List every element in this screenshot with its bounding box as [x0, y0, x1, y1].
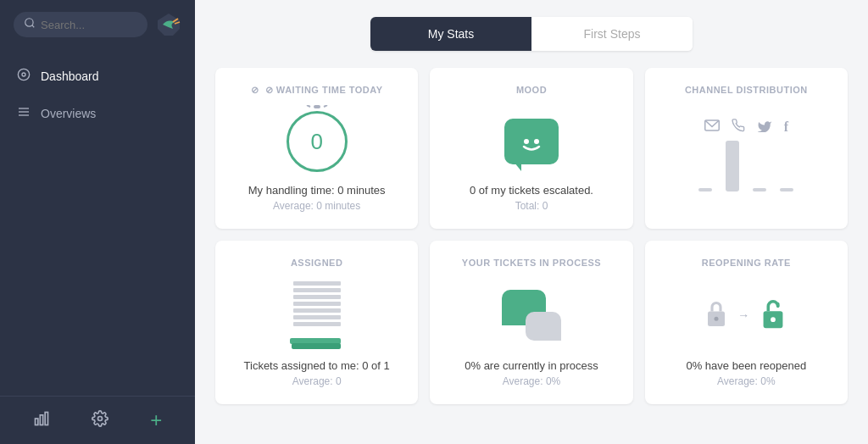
phone-channel-icon: [732, 119, 745, 136]
sidebar-item-label-dashboard: Dashboard: [41, 69, 99, 83]
channel-bar-email: [698, 188, 712, 191]
arrow-right-icon: →: [737, 308, 749, 322]
tab-my-stats[interactable]: My Stats: [370, 17, 531, 51]
card-sub-text-tickets: Average: 0%: [503, 375, 561, 387]
svg-point-4: [22, 73, 25, 76]
card-assigned: ASSIGNED Tickets assigned to me:: [215, 241, 418, 404]
tabs-container: My Stats First Steps: [370, 17, 693, 51]
search-bar[interactable]: [14, 12, 147, 37]
card-visual-tickets: [502, 281, 561, 349]
sidebar-item-label-overviews: Overviews: [41, 107, 96, 120]
search-input[interactable]: [41, 19, 137, 31]
bubble-secondary: [526, 312, 561, 341]
svg-point-16: [534, 139, 539, 144]
card-waiting-time: ⊘ ⊘ WAITING TIME TODAY 0: [215, 68, 418, 229]
sidebar-footer: +: [0, 396, 195, 444]
svg-line-14: [307, 105, 310, 107]
settings-footer-icon[interactable]: [92, 410, 108, 431]
card-title-mood: MOOD: [516, 85, 547, 95]
sidebar-item-overviews[interactable]: Overviews: [0, 95, 195, 132]
sidebar-nav: Dashboard Overviews: [0, 49, 195, 396]
card-main-text-waiting: My handling time: 0 minutes: [248, 184, 386, 197]
sidebar: Dashboard Overviews +: [0, 0, 195, 444]
channel-bar-facebook: [780, 188, 793, 191]
svg-point-0: [25, 19, 33, 26]
channel-bar-area: [662, 141, 831, 191]
svg-point-21: [771, 317, 776, 322]
card-visual-channel: f: [662, 108, 831, 202]
search-icon: [24, 17, 36, 32]
stopwatch-visual: 0: [287, 111, 348, 172]
cards-grid: ⊘ ⊘ WAITING TIME TODAY 0: [215, 68, 848, 404]
card-visual-waiting-time: 0: [287, 109, 348, 174]
sidebar-item-dashboard[interactable]: Dashboard: [0, 58, 195, 95]
card-sub-text-waiting: Average: 0 minutes: [273, 200, 360, 212]
locked-icon: [704, 298, 729, 332]
channel-bar-twitter: [753, 188, 766, 191]
card-visual-mood: [504, 108, 559, 174]
svg-line-13: [324, 105, 327, 107]
facebook-channel-icon: f: [784, 119, 788, 135]
add-footer-icon[interactable]: +: [150, 408, 162, 432]
card-visual-assigned: [290, 281, 344, 349]
card-title-channel: CHANNEL DISTRIBUTION: [685, 85, 808, 95]
card-mood: MOOD 0 of my tickets escalated. Total: 0: [430, 68, 632, 229]
chat-bubbles: [502, 290, 561, 341]
card-title-waiting-time: ⊘ ⊘ WAITING TIME TODAY: [251, 85, 383, 96]
dashboard-icon: [17, 68, 31, 85]
card-title-reopening: REOPENING RATE: [702, 258, 791, 268]
svg-rect-10: [45, 412, 47, 425]
tab-first-steps[interactable]: First Steps: [531, 17, 693, 51]
card-title-assigned: ASSIGNED: [291, 258, 342, 268]
svg-rect-9: [40, 414, 42, 425]
svg-rect-8: [35, 419, 37, 425]
stats-footer-icon[interactable]: [33, 410, 50, 431]
no-entry-icon: ⊘: [251, 85, 259, 95]
card-main-text-assigned: Tickets assigned to me: 0 of 1: [244, 359, 390, 372]
svg-point-15: [524, 139, 529, 144]
main-content: My Stats First Steps ⊘ ⊘ WAITING TIME TO…: [195, 0, 868, 444]
stopwatch-top: [305, 105, 329, 119]
sidebar-header: [0, 0, 195, 49]
email-channel-icon: [704, 119, 720, 135]
svg-rect-12: [314, 105, 320, 108]
timer-circle: 0: [287, 111, 348, 172]
card-visual-reopening: →: [704, 281, 788, 349]
card-reopening-rate: REOPENING RATE →: [645, 241, 848, 404]
card-sub-text-assigned: Average: 0: [292, 375, 342, 387]
twitter-channel-icon: [757, 119, 772, 136]
svg-point-11: [97, 416, 102, 420]
timer-value: 0: [310, 129, 322, 155]
overviews-icon: [17, 105, 31, 122]
card-tickets-process: YOUR TICKETS IN PROCESS 0% are currently…: [430, 241, 632, 404]
logo-icon: [156, 12, 181, 37]
card-main-text-tickets: 0% are currently in process: [465, 359, 598, 372]
mood-bubble: [504, 119, 559, 164]
svg-line-1: [32, 25, 35, 28]
channel-icons: f: [704, 119, 788, 136]
card-main-text-reopening: 0% have been reopened: [686, 359, 806, 372]
card-sub-text-mood: Total: 0: [515, 200, 548, 212]
channel-bar-phone: [726, 141, 739, 191]
locks-visual: →: [704, 297, 788, 334]
card-channel-distribution: CHANNEL DISTRIBUTION: [645, 68, 848, 229]
svg-point-3: [18, 69, 29, 80]
card-main-text-mood: 0 of my tickets escalated.: [470, 184, 593, 197]
unlocked-icon: [758, 297, 788, 334]
card-title-tickets-process: YOUR TICKETS IN PROCESS: [462, 258, 601, 268]
card-sub-text-reopening: Average: 0%: [717, 375, 776, 387]
svg-point-19: [715, 317, 719, 321]
